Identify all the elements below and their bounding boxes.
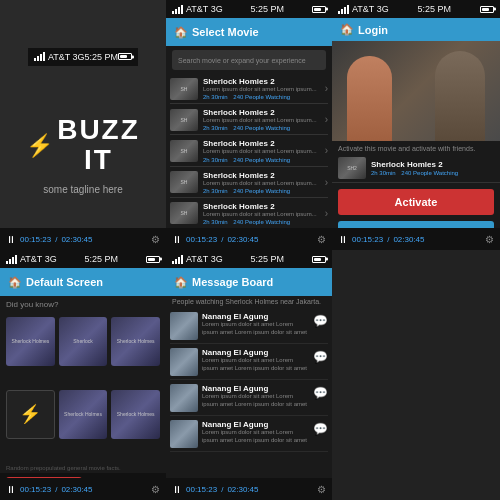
- signal-bars: [6, 255, 17, 264]
- movie-duration: 2h 30min: [203, 157, 228, 163]
- message-username: Nanang El Agung: [202, 384, 309, 393]
- panel-title: Select Movie: [192, 26, 259, 38]
- signal-bar-1: [34, 58, 36, 61]
- movie-description: Lorem ipsum dolor sit amet Lorem ipsum..…: [203, 86, 320, 93]
- movie-duration: 2h 30min: [203, 125, 228, 131]
- message-item[interactable]: Nanang El Agung Lorem ipsum dolor sit am…: [170, 417, 328, 452]
- reply-icon[interactable]: 💬: [313, 350, 328, 364]
- movie-title: Sherlock Homles 2: [203, 202, 320, 211]
- settings-icon[interactable]: ⚙: [151, 484, 160, 495]
- grid-poster: Sherlock Holmes: [6, 317, 55, 366]
- user-avatar: [170, 312, 198, 340]
- watching-count: 240 People Watching: [233, 125, 290, 131]
- watching-count: 240 People Watching: [233, 157, 290, 163]
- time-separator: /: [221, 235, 223, 244]
- settings-icon[interactable]: ⚙: [317, 484, 326, 495]
- time-elapsed: 00:15:23: [20, 485, 51, 494]
- chevron-right-icon: ›: [325, 145, 328, 156]
- movie-grid-item[interactable]: Sherlock Holmes: [111, 317, 160, 366]
- movie-thumbnail: SH: [170, 140, 198, 162]
- movie-duration: 2h 30min: [371, 170, 396, 176]
- message-username: Nanang El Agung: [202, 420, 309, 429]
- panel-header: 🏠 Select Movie: [166, 18, 332, 46]
- movie-grid-item[interactable]: Sherlock Holmes: [59, 390, 108, 439]
- status-bar: AT&T 3G 5:25 PM: [28, 48, 138, 66]
- movie-description: Lorem ipsum dolor sit amet Lorem ipsum..…: [203, 148, 320, 155]
- movie-grid-item[interactable]: Sherlock Holmes: [6, 317, 55, 366]
- carrier-label: AT&T 3G: [20, 254, 57, 264]
- avatar-image: [170, 420, 198, 448]
- time-separator: /: [387, 235, 389, 244]
- search-bar[interactable]: Search movie or expand your experience: [172, 50, 326, 70]
- movie-meta: 2h 30min 240 People Watching: [203, 157, 320, 163]
- movie-grid-item[interactable]: ⚡: [6, 390, 55, 439]
- message-text: Lorem ipsum dolor sit amet Lorem ipsum a…: [202, 429, 309, 445]
- home-icon: 🏠: [174, 276, 188, 289]
- battery-icon: [146, 256, 160, 263]
- settings-icon[interactable]: ⚙: [485, 234, 494, 245]
- home-icon: 🏠: [8, 276, 22, 289]
- movie-meta: 2h 30min 240 People Watching: [203, 188, 320, 194]
- status-bar: AT&T 3G 5:25 PM: [332, 0, 500, 18]
- signal-bar-3: [40, 54, 42, 61]
- movie-grid-item[interactable]: Sherlock: [59, 317, 108, 366]
- login-image: [332, 41, 500, 141]
- play-icon[interactable]: ⏸: [172, 484, 182, 495]
- reply-icon[interactable]: 💬: [313, 314, 328, 328]
- movie-description: Lorem ipsum dolor sit amet Lorem ipsum..…: [203, 211, 320, 218]
- movie-thumbnail: SH: [170, 109, 198, 131]
- message-item[interactable]: Nanang El Agung Lorem ipsum dolor sit am…: [170, 381, 328, 416]
- panel-title: Message Board: [192, 276, 273, 288]
- play-icon[interactable]: ⏸: [338, 234, 348, 245]
- login-movie-item: SH2 Sherlock Homles 2 2h 30min 240 Peopl…: [332, 154, 500, 183]
- signal-bars: [34, 52, 45, 61]
- buzz-title: BUZZ: [57, 116, 140, 144]
- carrier-label: AT&T 3G: [186, 4, 223, 14]
- watching-count: 240 People Watching: [233, 188, 290, 194]
- user-avatar: [170, 420, 198, 448]
- movie-thumbnail: SH: [170, 202, 198, 224]
- grid-poster: Sherlock Holmes: [59, 390, 108, 439]
- message-item[interactable]: Nanang El Agung Lorem ipsum dolor sit am…: [170, 345, 328, 380]
- carrier-label: AT&T 3G: [352, 4, 389, 14]
- movie-list-item[interactable]: SH Sherlock Homles 2 Lorem ipsum dolor s…: [170, 168, 328, 198]
- time-separator: /: [221, 485, 223, 494]
- movie-list-item[interactable]: SH Sherlock Homles 2 Lorem ipsum dolor s…: [170, 105, 328, 135]
- activate-button[interactable]: Activate: [338, 189, 494, 215]
- reply-icon[interactable]: 💬: [313, 386, 328, 400]
- movie-grid-item[interactable]: Sherlock Holmes: [111, 390, 160, 439]
- signal-bar-2: [37, 56, 39, 61]
- time-elapsed: 00:15:23: [20, 235, 51, 244]
- time-total: 02:30:45: [393, 235, 424, 244]
- home-icon: 🏠: [174, 26, 188, 39]
- movie-list-item[interactable]: SH Sherlock Homles 2 Lorem ipsum dolor s…: [170, 199, 328, 229]
- movie-list-item[interactable]: SH Sherlock Homles 2 Lorem ipsum dolor s…: [170, 136, 328, 166]
- message-item[interactable]: Nanang El Agung Lorem ipsum dolor sit am…: [170, 309, 328, 344]
- play-icon[interactable]: ⏸: [6, 484, 16, 495]
- movie-meta: 2h 30min 240 People Watching: [203, 94, 320, 100]
- time-elapsed: 00:15:23: [352, 235, 383, 244]
- status-bar: AT&T 3G 5:25 PM: [166, 0, 332, 18]
- time-elapsed: 00:15:23: [186, 235, 217, 244]
- play-icon[interactable]: ⏸: [6, 234, 16, 245]
- select-movie-panel: AT&T 3G 5:25 PM 🏠 Select Movie Search mo…: [166, 0, 332, 250]
- movie-list-item[interactable]: SH Sherlock Homles 2 Lorem ipsum dolor s…: [170, 74, 328, 104]
- grid-poster: Sherlock Holmes: [111, 317, 160, 366]
- time-label: 5:25 PM: [251, 254, 285, 264]
- grid-poster: Sherlock: [59, 317, 108, 366]
- movie-thumbnail: SH: [170, 171, 198, 193]
- message-content: Nanang El Agung Lorem ipsum dolor sit am…: [202, 312, 309, 337]
- bottom-bar: ⏸ 00:15:23 / 02:30:45 ⚙: [166, 478, 332, 500]
- user-avatar: [170, 384, 198, 412]
- settings-icon[interactable]: ⚙: [151, 234, 160, 245]
- thumbnail-image: SH: [170, 202, 198, 224]
- time-total: 02:30:45: [61, 235, 92, 244]
- play-icon[interactable]: ⏸: [172, 234, 182, 245]
- settings-icon[interactable]: ⚙: [317, 234, 326, 245]
- movie-description: Lorem ipsum dolor sit amet Lorem ipsum..…: [203, 180, 320, 187]
- movie-title: Sherlock Homles 2: [203, 139, 320, 148]
- battery-icon: [480, 6, 494, 13]
- message-description: People watching Sherlock Holmes near Jak…: [166, 296, 332, 307]
- movie-meta: 2h 30min 240 People Watching: [203, 219, 320, 225]
- reply-icon[interactable]: 💬: [313, 422, 328, 436]
